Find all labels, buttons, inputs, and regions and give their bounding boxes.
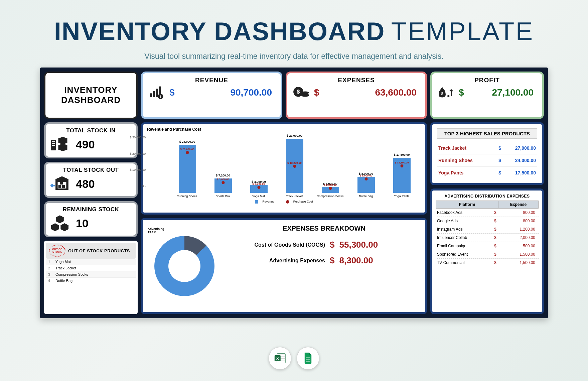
top-products-title: TOP 3 HIGHEST SALES PRODUCTS [437, 128, 537, 139]
chart-title: Revenue and Purchase Cost [147, 127, 421, 132]
kpi-revenue-label: REVENUE [148, 77, 275, 84]
dashboard-container: INVENTORY DASHBOARD REVENUE $ $ 90,700.0… [40, 68, 548, 318]
chart-legend: Revenue Purchase Cost [147, 200, 421, 204]
svg-rect-16 [52, 145, 55, 146]
category-label: Running Shoes [172, 195, 201, 198]
svg-rect-22 [277, 355, 285, 355]
category-label: Track Jacket [280, 195, 309, 198]
right-column: TOP 3 HIGHEST SALES PRODUCTS Track Jacke… [430, 122, 544, 314]
kpi-profit-currency: $ [459, 87, 464, 98]
svg-rect-0 [150, 93, 152, 97]
kpi-revenue: REVENUE $ $ 90,700.00 [141, 72, 282, 119]
svg-text:$: $ [297, 89, 300, 95]
svg-rect-2 [156, 89, 158, 97]
svg-rect-18 [58, 185, 61, 188]
svg-rect-15 [52, 143, 55, 144]
advertising-title: ADVERTISING DISTRIBUTION EXPENSES [436, 194, 539, 199]
kpi-profit-value: 27,100.00 [468, 87, 537, 98]
left-column: TOTAL STOCK IN 490 TOTAL STOCK OUT 480 R… [44, 122, 138, 314]
legend-cost: Purchase Cost [293, 200, 313, 203]
advertising-row: Email Campaign$500.00 [436, 242, 539, 250]
bar-group: $ 7,200.00 $ 5,000.00 [208, 178, 238, 193]
kpi-profit-label: PROFIT [437, 77, 537, 84]
top-product-row: Running Shoes$24,000.00 [437, 154, 537, 167]
stat-remaining-label: REMAINING STOCK [50, 206, 131, 213]
kpi-row: REVENUE $ $ 90,700.00 EXPENSES $ $ 63,60… [141, 72, 427, 119]
svg-rect-19 [62, 185, 65, 188]
category-label: Sports Bra [208, 195, 237, 198]
out-of-stock-row: 2Track Jacket [46, 265, 136, 271]
expense-row: Cost of Goods Sold (COGS)$55,300.00 [228, 240, 420, 250]
bar-group: $ 3,000.00 $ 2,200.00 [316, 187, 345, 193]
expense-row: Advertising Expenses$8,300.00 [228, 255, 420, 266]
expenses-title: EXPENSES BREAKDOWN [228, 225, 420, 232]
kpi-profit: PROFIT $ $ 27,100.00 [430, 72, 544, 119]
advertising-col-expense: Expense [498, 201, 538, 208]
kpi-expenses-currency: $ [314, 87, 319, 98]
out-of-stock-card: OUT OF STOCK OUT OF STOCK PRODUCTS 1Yoga… [44, 241, 138, 314]
category-label: Compression Socks [316, 195, 345, 198]
subtitle: Visual tool summarizing real-time invent… [40, 52, 548, 61]
dashboard-title-card: INVENTORY DASHBOARD [44, 72, 138, 119]
advertising-row: Google Ads$800.00 [436, 217, 539, 225]
svg-point-12 [447, 95, 449, 97]
warehouse-out-icon [50, 175, 69, 192]
kpi-revenue-value: 90,700.00 [179, 87, 275, 98]
kpi-expenses-value: 63,600.00 [323, 87, 420, 98]
svg-text:X: X [276, 356, 279, 361]
category-label: Yoga Pants [387, 195, 416, 198]
title-thin: TEMPLATE [391, 17, 534, 46]
kpi-expenses-label: EXPENSES [293, 77, 420, 84]
stat-stock-in-value: 490 [76, 138, 95, 151]
format-icons: X [269, 347, 319, 370]
advertising-row: Sponsored Event$1,500.00 [436, 250, 539, 259]
advertising-row: TV Commercial$1,500.00 [436, 259, 539, 267]
dashboard-title: INVENTORY DASHBOARD [51, 85, 131, 105]
out-of-stock-badge-icon: OUT OF STOCK [49, 245, 65, 257]
stat-stock-out-label: TOTAL STOCK OUT [50, 167, 131, 173]
boxes-checklist-icon [50, 136, 69, 153]
svg-rect-14 [52, 141, 55, 142]
center-column: Revenue and Purchase Cost $ 30,000.00$ 2… [141, 122, 427, 314]
stat-stock-out-value: 480 [76, 177, 95, 190]
money-bag-arrow-icon: $ [437, 85, 455, 100]
revenue-cost-chart: Revenue and Purchase Cost $ 30,000.00$ 2… [141, 122, 427, 215]
bar-group: $ 17,500.00 $ 13,300.00 [387, 158, 416, 193]
top-product-row: Yoga Pants$17,500.00 [437, 167, 537, 179]
bar-group: $ 24,000.00 $ 20,000.00 [173, 145, 202, 193]
category-label: Duffle Bag [351, 195, 381, 198]
bar-chart-money-icon: $ [148, 85, 165, 100]
title-bold: INVENTORY DASHBOARD [54, 17, 385, 46]
bar-group: $ 4,000.00 $ 2,750.00 [244, 185, 273, 193]
svg-text:$: $ [160, 95, 161, 98]
top-product-row: Track Jacket$27,000.00 [437, 142, 537, 154]
kpi-revenue-currency: $ [169, 87, 175, 98]
advertising-col-platform: Platform [436, 201, 498, 208]
advertising-row: Instagram Ads$1,200.00 [436, 225, 539, 234]
y-axis-ticks: $ 30,000.00$ 20,000.00$ 10,000.00$ - [127, 136, 146, 188]
top-products-panel: TOP 3 HIGHEST SALES PRODUCTS Track Jacke… [430, 122, 544, 185]
stat-stock-out: TOTAL STOCK OUT 480 [44, 162, 138, 198]
svg-rect-1 [153, 91, 155, 97]
bar-group: $ 27,000.00 $ 13,200.00 [280, 139, 309, 193]
svg-text:$: $ [441, 92, 443, 96]
stat-stock-in: TOTAL STOCK IN 490 [44, 122, 138, 158]
advertising-row: Facebook Ads$800.00 [436, 209, 539, 217]
stat-remaining-value: 10 [76, 217, 89, 230]
kpi-expenses: EXPENSES $ $ 63,600.00 [286, 72, 427, 119]
donut-slice-label: Advertising 13.1% [148, 227, 164, 234]
out-of-stock-row: 3Compression Socks [46, 271, 136, 278]
cubes-icon [50, 215, 69, 232]
coins-icon: $ [293, 85, 310, 100]
bar-chart-area: $ 24,000.00 $ 20,000.00$ 7,200.00 $ 5,00… [168, 133, 421, 193]
legend-revenue: Revenue [262, 200, 274, 203]
out-of-stock-list: 1Yoga Mat2Track Jacket3Compression Socks… [46, 259, 136, 284]
google-sheets-icon[interactable] [297, 347, 319, 370]
category-labels: Running ShoesSports BraYoga MatTrack Jac… [168, 193, 421, 198]
category-label: Yoga Mat [244, 195, 273, 198]
page-header: INVENTORY DASHBOARD TEMPLATE Visual tool… [40, 17, 548, 61]
advertising-panel: ADVERTISING DISTRIBUTION EXPENSES Platfo… [430, 188, 544, 314]
excel-icon[interactable]: X [269, 347, 291, 370]
stat-remaining: REMAINING STOCK 10 [44, 201, 138, 237]
svg-rect-20 [60, 182, 63, 185]
